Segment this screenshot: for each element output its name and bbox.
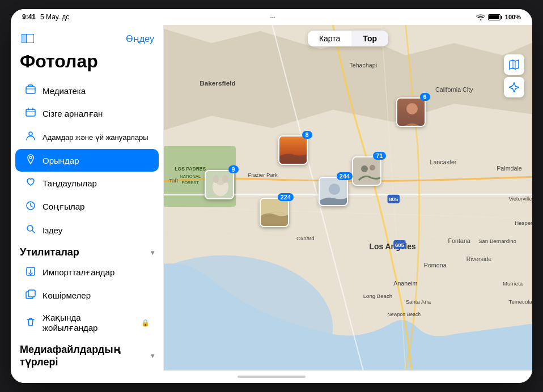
battery-icon	[488, 14, 502, 20]
map-controls	[504, 54, 524, 97]
svg-text:NATIONAL: NATIONAL	[180, 174, 201, 179]
svg-text:Bakersfield: Bakersfield	[200, 79, 235, 87]
main-layout: Өңдеу Фотолар Медиатека	[11, 25, 532, 370]
svg-rect-76	[353, 157, 381, 186]
edit-button[interactable]: Өңдеу	[126, 33, 154, 44]
cluster-badge-4: 244	[337, 172, 353, 180]
status-bar: 9:41 5 Мау. дс ●●● 100%	[11, 9, 532, 25]
svg-text:Lancaster: Lancaster	[430, 159, 456, 165]
home-bar	[237, 376, 306, 378]
map-tab-grid[interactable]: Тор	[351, 31, 388, 46]
cluster-badge-6: 6	[420, 93, 430, 101]
favorites-icon	[24, 177, 37, 190]
search-icon	[24, 224, 37, 236]
sidebar-title: Фотолар	[11, 51, 163, 79]
location-button[interactable]	[504, 77, 524, 97]
cluster-photo-3	[260, 198, 289, 227]
cluster-badge-3: 224	[278, 193, 294, 201]
svg-point-78	[370, 165, 375, 171]
map-tab-map[interactable]: Карта	[308, 31, 351, 46]
time: 9:41	[22, 13, 36, 21]
library-label: Медиатека	[43, 86, 86, 96]
sidebar-item-imported[interactable]: Импортталғандар	[15, 261, 159, 284]
svg-point-10	[29, 156, 32, 159]
sidebar-toggle-button[interactable]	[20, 31, 36, 46]
svg-text:605: 605	[395, 242, 405, 248]
sidebar-item-recently-deleted[interactable]: Жақында жойылғандар 🔒	[15, 308, 159, 338]
sidebar-item-library[interactable]: Медиатека	[15, 79, 159, 102]
cluster-photo-2	[278, 135, 308, 165]
sidebar-item-places[interactable]: Орындар	[15, 149, 159, 172]
svg-point-9	[29, 132, 32, 135]
photo-cluster-3[interactable]: 224	[260, 198, 289, 227]
cluster-photo-1	[205, 170, 234, 199]
utilities-section-title[interactable]: Утилиталар ▾	[11, 242, 163, 261]
media-types-section-title[interactable]: Медиафайлдардың түрлері ▾	[11, 339, 163, 370]
for-you-label: Сізге арналған	[43, 109, 103, 119]
svg-point-80	[406, 103, 418, 114]
svg-text:Oxnard: Oxnard	[296, 235, 315, 241]
map-area[interactable]: LOS PADRES NATIONAL FOREST Bakersfield T…	[164, 25, 532, 370]
svg-text:Long Beach: Long Beach	[363, 293, 392, 299]
sidebar-item-favorites[interactable]: Таңдаулылар	[15, 172, 159, 195]
cluster-photo-6	[396, 97, 426, 127]
cluster-photo-4	[319, 177, 348, 206]
status-dots: ●●●	[270, 15, 275, 19]
svg-text:Murrieta: Murrieta	[503, 280, 523, 287]
status-right: 100%	[476, 14, 521, 20]
favorites-label: Таңдаулылар	[43, 178, 97, 189]
imported-label: Импортталғандар	[43, 267, 114, 278]
duplicates-label: Көшірмелер	[43, 291, 91, 301]
svg-rect-3	[26, 87, 35, 93]
svg-line-13	[32, 231, 35, 233]
svg-text:Fontana: Fontana	[448, 237, 470, 244]
svg-text:San Bernardino: San Bernardino	[478, 238, 516, 244]
photo-cluster-2[interactable]: 8	[278, 135, 308, 165]
photo-cluster-5[interactable]: 71	[352, 156, 381, 186]
svg-point-75	[329, 184, 340, 195]
svg-text:FOREST: FOREST	[182, 180, 200, 185]
svg-text:Tehachapi: Tehachapi	[349, 62, 377, 69]
svg-text:805: 805	[389, 196, 398, 202]
utilities-chevron: ▾	[151, 249, 154, 257]
places-label: Орындар	[43, 156, 79, 165]
svg-text:Palmdale: Palmdale	[497, 165, 522, 172]
device-frame: 9:41 5 Мау. дс ●●● 100%	[11, 9, 532, 383]
recently-deleted-label: Жақында жойылғандар	[43, 313, 135, 333]
battery-percent: 100%	[505, 14, 521, 20]
svg-rect-16	[28, 290, 35, 297]
media-types-chevron: ▾	[151, 352, 154, 360]
search-label: Іздеу	[43, 225, 62, 235]
photo-cluster-4[interactable]: 244	[319, 177, 348, 206]
sidebar-item-recents[interactable]: Соңғылар	[15, 195, 159, 218]
sidebar-item-duplicates[interactable]: Көшірмелер	[15, 284, 159, 307]
svg-text:Victorville: Victorville	[509, 195, 532, 202]
sidebar-header: Өңдеу	[11, 25, 163, 51]
sidebar-item-for-you[interactable]: Сізге арналған	[15, 103, 159, 125]
svg-text:Hesperia: Hesperia	[515, 220, 532, 226]
svg-text:Frazier Park: Frazier Park	[248, 172, 278, 178]
library-icon	[24, 84, 37, 97]
sidebar-scroll: Медиатека Сізге арналған	[11, 79, 163, 370]
svg-point-70	[213, 175, 219, 183]
sidebar-item-search[interactable]: Іздеу	[15, 219, 159, 241]
sidebar-item-people-pets[interactable]: Адамдар және үй жануарлары	[15, 126, 159, 148]
map-type-button[interactable]	[504, 54, 524, 75]
cluster-photo-5	[352, 156, 381, 186]
svg-rect-0	[22, 34, 26, 43]
map-toolbar: Карта Тор	[308, 31, 388, 46]
status-left: 9:41 5 Мау. дс	[22, 13, 69, 21]
photo-cluster-6[interactable]: 6	[396, 97, 426, 127]
for-you-icon	[24, 108, 37, 120]
photo-cluster-1[interactable]: 9	[205, 170, 234, 199]
svg-text:Taft: Taft	[169, 177, 178, 184]
cluster-badge-2: 8	[302, 131, 312, 139]
sidebar: Өңдеу Фотолар Медиатека	[11, 25, 164, 370]
home-indicator	[11, 370, 532, 383]
date: 5 Мау. дс	[40, 13, 69, 21]
cluster-badge-5: 71	[373, 152, 385, 160]
svg-point-77	[361, 165, 368, 172]
cluster-badge-1: 9	[228, 165, 239, 173]
people-label: Адамдар және үй жануарлары	[43, 133, 149, 142]
svg-text:Santa Ana: Santa Ana	[406, 299, 431, 305]
